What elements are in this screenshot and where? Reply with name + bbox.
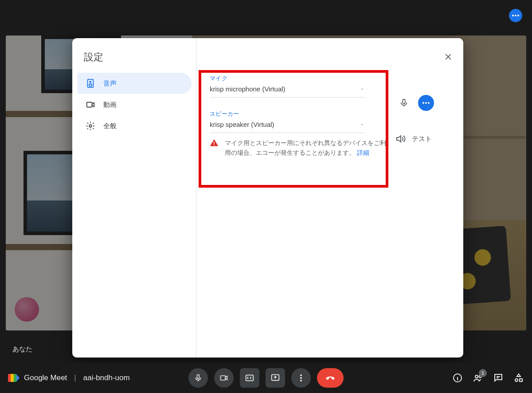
svg-point-7 (89, 125, 92, 127)
svg-point-5 (89, 84, 92, 86)
mic-select[interactable]: krisp microphone (Virtual) (210, 83, 365, 98)
chevron-down-icon (360, 86, 365, 92)
svg-point-9 (422, 102, 424, 104)
mic-icon (194, 373, 203, 382)
nav-general-label: 全般 (103, 122, 117, 130)
svg-rect-23 (520, 379, 522, 381)
toggle-captions-button[interactable] (240, 368, 259, 388)
chevron-down-icon (360, 122, 365, 127)
nav-video[interactable]: 動画 (78, 94, 192, 115)
more-controls-button[interactable] (291, 368, 311, 388)
svg-point-16 (300, 374, 302, 376)
echo-warning: マイク用とスピーカー用にそれぞれ異なるデバイスをご利用の場合、エコーが発生するこ… (210, 138, 387, 157)
brand-block: Google Meet | aai-bndh-uom (8, 373, 130, 382)
camera-icon (86, 100, 95, 110)
close-icon (444, 52, 453, 61)
svg-rect-6 (87, 102, 92, 107)
meeting-details-button[interactable] (452, 373, 463, 383)
svg-point-17 (300, 377, 302, 379)
speaker-test-button[interactable]: テスト (412, 135, 432, 143)
more-vert-icon (300, 374, 302, 381)
separator: | (74, 373, 76, 382)
info-icon (452, 373, 463, 383)
shapes-icon (513, 373, 524, 383)
svg-point-4 (90, 81, 91, 83)
chat-button[interactable] (493, 373, 504, 383)
leave-call-button[interactable] (317, 368, 344, 388)
svg-rect-13 (221, 376, 226, 380)
speaker-select[interactable]: krisp speaker (Virtual) (210, 118, 365, 133)
svg-point-18 (300, 380, 302, 381)
participants-button[interactable]: 1 (473, 373, 483, 383)
meet-logo-icon (8, 374, 20, 382)
brand-name: Google Meet (24, 373, 67, 382)
speaker-section-label: スピーカー (210, 110, 450, 118)
self-view-label: あなた (12, 345, 32, 354)
nav-general[interactable]: 全般 (78, 115, 192, 137)
meeting-code: aai-bndh-uom (83, 373, 130, 382)
meeting-bottom-bar: Google Meet | aai-bndh-uom (0, 363, 532, 393)
warning-icon (210, 138, 219, 147)
settings-content: マイク krisp microphone (Virtual) スピーカー (196, 38, 463, 358)
present-screen-button[interactable] (266, 368, 285, 388)
toggle-camera-button[interactable] (214, 368, 234, 388)
svg-point-22 (515, 379, 518, 381)
settings-dialog: 設定 音声 動画 (72, 38, 463, 358)
settings-title: 設定 (72, 51, 196, 73)
activities-button[interactable] (513, 373, 524, 383)
toggle-mic-button[interactable] (188, 368, 208, 388)
mic-icon[interactable] (396, 95, 412, 111)
warning-details-link[interactable]: 詳細 (357, 149, 369, 156)
nav-video-label: 動画 (103, 101, 117, 109)
svg-point-11 (428, 102, 430, 104)
svg-point-1 (515, 15, 516, 16)
speaker-selected-value: krisp speaker (Virtual) (210, 121, 274, 128)
speaker-box-icon (86, 79, 95, 88)
mic-selected-value: krisp microphone (Virtual) (210, 85, 286, 93)
gear-icon (86, 121, 95, 131)
svg-point-20 (475, 375, 478, 378)
cc-icon (245, 373, 254, 383)
mic-section-label: マイク (210, 75, 450, 83)
close-button[interactable] (442, 51, 454, 63)
svg-point-10 (425, 102, 427, 104)
present-icon (270, 373, 280, 383)
svg-rect-14 (246, 375, 254, 381)
mic-more-button[interactable] (418, 95, 434, 111)
camera-icon (219, 373, 228, 382)
hangup-icon (325, 372, 336, 384)
svg-point-2 (517, 15, 519, 16)
more-options-bubble[interactable] (509, 9, 522, 22)
participant-count-badge: 1 (479, 369, 487, 377)
settings-sidebar: 設定 音声 動画 (72, 38, 196, 358)
nav-audio[interactable]: 音声 (78, 73, 192, 94)
svg-rect-8 (403, 99, 405, 104)
chat-icon (493, 373, 504, 383)
volume-icon (395, 134, 406, 144)
svg-rect-12 (197, 375, 200, 379)
svg-point-0 (512, 15, 514, 16)
nav-audio-label: 音声 (103, 79, 117, 88)
